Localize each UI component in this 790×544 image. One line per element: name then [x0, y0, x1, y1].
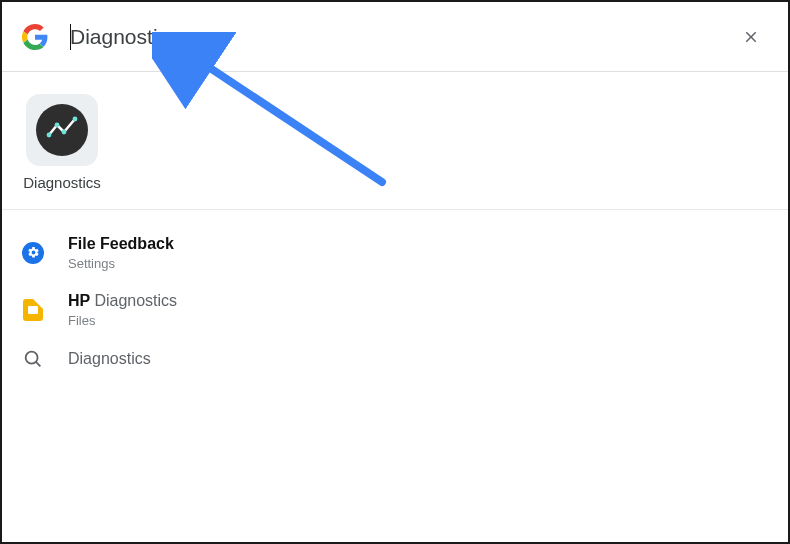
- clear-search-button[interactable]: [734, 20, 768, 54]
- search-results-list: File Feedback Settings HP Diagnostics Fi…: [2, 210, 788, 394]
- diagnostics-app-icon: [26, 94, 98, 166]
- best-app-match-section: Diagnostics: [2, 72, 788, 210]
- text-cursor: [70, 24, 71, 50]
- google-logo-icon: [22, 24, 48, 50]
- slides-file-icon: [22, 299, 44, 321]
- diagnostics-app-label: Diagnostics: [23, 174, 101, 191]
- close-icon: [742, 28, 760, 46]
- search-icon: [22, 348, 44, 370]
- svg-point-3: [73, 117, 78, 122]
- svg-point-2: [62, 130, 67, 135]
- launcher-search-input[interactable]: [70, 25, 734, 49]
- result-text: File Feedback Settings: [68, 234, 174, 271]
- settings-icon: [22, 242, 44, 264]
- svg-line-5: [36, 362, 40, 366]
- result-text: HP Diagnostics Files: [68, 291, 177, 328]
- svg-point-0: [47, 133, 52, 138]
- result-search-suggestion[interactable]: Diagnostics: [22, 338, 768, 380]
- diagnostics-app-tile[interactable]: Diagnostics: [22, 94, 102, 191]
- svg-point-1: [55, 123, 60, 128]
- chart-line-icon: [45, 113, 79, 147]
- search-bar: [2, 2, 788, 72]
- svg-point-4: [26, 352, 38, 364]
- result-file-feedback[interactable]: File Feedback Settings: [22, 224, 768, 281]
- result-text: Diagnostics: [68, 349, 151, 369]
- result-hp-diagnostics[interactable]: HP Diagnostics Files: [22, 281, 768, 338]
